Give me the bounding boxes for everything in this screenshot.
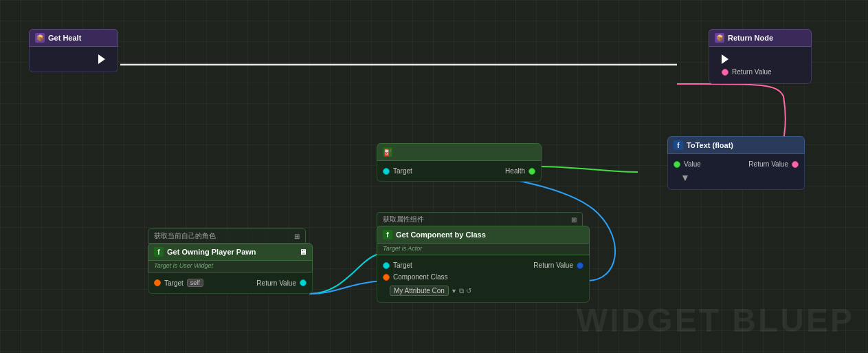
get-owning-icon: f	[154, 247, 164, 257]
get-owning-subtitle: Target is User Widget	[148, 261, 313, 272]
get-health-title: Get Healt	[48, 34, 81, 42]
get-owning-return-label: Return Value	[256, 279, 296, 287]
totext-return-label: Return Value	[748, 160, 788, 168]
self-badge: self	[187, 279, 203, 287]
return-node-body: Return Value	[709, 47, 812, 84]
return-value-row: Return Value	[716, 66, 804, 78]
get-owning-header: f Get Owning Player Pawn 🖥	[148, 243, 313, 261]
get-owning-body: Target self Return Value	[148, 272, 313, 294]
get-component-class-label: Component Class	[393, 273, 447, 281]
get-component-body: Target Return Value Component Class My A…	[377, 255, 590, 303]
monitor-icon: 🖥	[299, 248, 307, 256]
get-owning-target-label: Target	[164, 279, 183, 287]
get-owning-node[interactable]: f Get Owning Player Pawn 🖥 Target is Use…	[148, 243, 313, 294]
get-component-return-label: Return Value	[533, 261, 573, 269]
exec-out-pin[interactable]	[98, 54, 105, 64]
get-owning-group-label: 获取当前自己的角色 ⊞	[148, 228, 306, 244]
totext-body: Value Return Value ▼	[667, 154, 805, 190]
get-owning-target-row: Target self Return Value	[148, 277, 312, 289]
get-component-title: Get Component by Class	[396, 231, 486, 239]
get-component-subtitle: Target is Actor	[377, 244, 590, 255]
return-exec-in-pin[interactable]	[722, 54, 728, 64]
totext-value-row: Value Return Value	[668, 158, 804, 170]
totext-value-label: Value	[684, 160, 701, 168]
return-node-title: Return Node	[728, 34, 773, 42]
return-node-header: 📦 Return Node	[709, 29, 812, 47]
get-component-target-row: Target Return Value	[377, 259, 589, 271]
return-node[interactable]: 📦 Return Node Return Value	[709, 29, 812, 84]
get-component-group-label: 获取属性组件 ⊞	[377, 212, 583, 227]
get-component-class-row: Component Class My Attribute Con ▼ ⧉ ↺	[377, 271, 589, 298]
get-component-group-icon[interactable]: ⊞	[571, 216, 577, 224]
get-owning-title: Get Owning Player Pawn	[167, 248, 256, 256]
component-class-value[interactable]: My Attribute Con	[390, 286, 449, 296]
get-health-node[interactable]: 📦 Get Healt	[29, 29, 118, 72]
health-target-in-pin[interactable]	[383, 168, 390, 175]
get-component-class-pin[interactable]	[383, 274, 390, 281]
health-attr-icon: ⛽	[383, 147, 392, 157]
get-health-body	[29, 47, 118, 72]
get-component-group-text: 获取属性组件	[383, 215, 424, 224]
totext-title: ToText (float)	[687, 141, 733, 149]
dropdown-icon[interactable]: ▼	[451, 288, 457, 295]
get-component-header: f Get Component by Class	[377, 226, 590, 244]
health-target-row: Target Health	[377, 165, 541, 177]
get-health-icon: 📦	[35, 33, 45, 43]
component-clear-icon[interactable]: ↺	[466, 287, 471, 295]
return-node-icon: 📦	[715, 33, 724, 43]
get-owning-group-text: 获取当前自己的角色	[154, 231, 216, 241]
get-owning-return-pin[interactable]	[300, 279, 307, 286]
totext-return-pin[interactable]	[792, 161, 799, 168]
return-value-label: Return Value	[732, 68, 772, 76]
health-attr-header: ⛽	[377, 143, 542, 161]
component-copy-icon[interactable]: ⧉	[459, 287, 464, 295]
totext-header: f ToText (float)	[667, 136, 805, 154]
get-health-exec-row	[93, 52, 111, 66]
health-attr-body: Target Health	[377, 161, 542, 182]
health-health-pin[interactable]	[528, 168, 535, 175]
get-component-target-label: Target	[393, 261, 412, 269]
totext-extra-row: ▼	[668, 170, 804, 185]
get-component-target-in-pin[interactable]	[383, 262, 390, 269]
get-owning-target-pin[interactable]	[154, 279, 161, 286]
return-value-pin[interactable]	[722, 69, 728, 76]
health-target-label: Target	[393, 167, 412, 175]
get-component-icon: f	[383, 230, 392, 239]
totext-node[interactable]: f ToText (float) Value Return Value ▼	[667, 136, 805, 190]
watermark: WIDGET BLUEP	[577, 301, 854, 339]
get-component-node[interactable]: f Get Component by Class Target is Actor…	[377, 226, 590, 303]
get-health-header: 📦 Get Healt	[29, 29, 118, 47]
totext-value-in-pin[interactable]	[674, 161, 680, 168]
health-health-label: Health	[505, 167, 525, 175]
get-component-return-pin[interactable]	[577, 262, 583, 269]
get-owning-group-icon[interactable]: ⊞	[294, 233, 300, 240]
return-exec-row	[716, 52, 804, 66]
totext-icon: f	[674, 140, 683, 150]
health-attr-node[interactable]: ⛽ Target Health	[377, 143, 542, 182]
